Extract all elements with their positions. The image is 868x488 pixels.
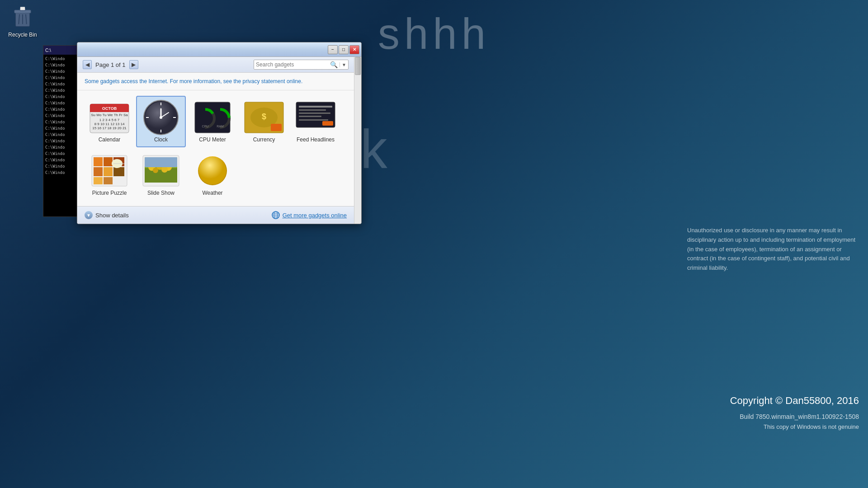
gadgets-grid: OCTOB Su Mo Tu We Th Fr Sa 1 2 3 4 5 6 7… (77, 90, 354, 206)
svg-text:8  9 10 11 12 13 14: 8 9 10 11 12 13 14 (94, 122, 125, 126)
svg-point-23 (160, 116, 162, 119)
next-page-button[interactable]: ▶ (129, 60, 138, 69)
svg-rect-50 (104, 177, 113, 184)
currency-label: Currency (253, 136, 275, 143)
minimize-button[interactable]: − (328, 45, 338, 54)
svg-text:Su Mo Tu We Th Fr Sa: Su Mo Tu We Th Fr Sa (91, 113, 128, 117)
gadgets-dialog: − □ ✕ ◀ Page 1 of 1 ▶ 🔍 ▼ Some (77, 42, 362, 224)
svg-text:RAM: RAM (217, 125, 224, 128)
svg-rect-49 (94, 177, 103, 184)
svg-point-63 (199, 157, 226, 184)
svg-rect-34 (271, 124, 282, 131)
svg-rect-43 (94, 157, 103, 166)
calendar-icon: OCTOB Su Mo Tu We Th Fr Sa 1 2 3 4 5 6 7… (89, 100, 130, 135)
dialog-scrollbar[interactable] (354, 57, 361, 224)
nav-left: ◀ Page 1 of 1 ▶ (83, 60, 138, 69)
cmd-title-text: C:\ (45, 48, 51, 53)
recycle-bin-icon (11, 5, 34, 28)
restore-button[interactable]: □ (339, 45, 349, 54)
feed-headlines-icon (295, 100, 336, 135)
gadget-cpu-meter[interactable]: CPU RAM CPU Meter (188, 96, 237, 147)
svg-rect-6 (20, 7, 25, 10)
gadget-clock[interactable]: Clock (136, 96, 186, 147)
svg-rect-37 (299, 109, 326, 111)
search-dropdown-icon[interactable]: ▼ (340, 62, 346, 67)
svg-text:15 16 17 18 19 20 21: 15 16 17 18 19 20 21 (92, 126, 127, 130)
search-area: 🔍 ▼ (254, 60, 349, 70)
weather-label: Weather (202, 190, 222, 196)
clock-label: Clock (154, 136, 168, 143)
gadget-picture-puzzle[interactable]: Picture Puzzle (85, 149, 134, 201)
dialog-title-bar: − □ ✕ (77, 42, 361, 57)
title-bar-buttons: − □ ✕ (328, 45, 359, 54)
get-more-label: Get more gadgets online (283, 212, 347, 219)
svg-rect-39 (299, 116, 321, 117)
recycle-bin-label: Recycle Bin (5, 32, 41, 38)
search-input[interactable] (256, 61, 328, 68)
svg-text:$: $ (262, 112, 266, 121)
gadget-calendar[interactable]: OCTOB Su Mo Tu We Th Fr Sa 1 2 3 4 5 6 7… (85, 96, 134, 147)
svg-rect-41 (322, 121, 333, 126)
genuine-text: This copy of Windows is not genuine (764, 423, 859, 430)
svg-point-59 (153, 168, 158, 173)
svg-rect-38 (299, 113, 330, 114)
search-icon[interactable]: 🔍 (330, 61, 338, 68)
recycle-bin[interactable]: Recycle Bin (5, 5, 41, 38)
scrollbar-track (354, 57, 361, 224)
info-text: Some gadgets access the Internet. For mo… (77, 73, 354, 90)
svg-rect-24 (195, 102, 230, 133)
picture-puzzle-icon (89, 154, 130, 188)
svg-rect-36 (299, 106, 332, 108)
scrollbar-thumb[interactable] (355, 57, 361, 75)
prev-page-button[interactable]: ◀ (83, 60, 92, 69)
svg-rect-48 (113, 167, 124, 176)
svg-rect-61 (145, 157, 177, 167)
gadget-currency[interactable]: $ Currency (239, 96, 289, 147)
dialog-footer: ▼ Show details Get more gadgets online (77, 206, 354, 224)
cpu-meter-label: CPU Meter (199, 136, 226, 143)
calendar-label: Calendar (99, 136, 121, 143)
page-indicator: Page 1 of 1 (95, 61, 126, 68)
currency-icon: $ (244, 100, 284, 135)
gadget-feed-headlines[interactable]: Feed Headlines (291, 96, 340, 147)
svg-text:1  2  3  4  5  6  7: 1 2 3 4 5 6 7 (99, 118, 120, 122)
clock-icon (141, 100, 181, 135)
warning-text: Unauthorized use or disclosure in any ma… (687, 226, 859, 273)
slide-show-icon (141, 154, 181, 188)
cpu-meter-icon: CPU RAM (192, 100, 233, 135)
show-details-button[interactable]: ▼ Show details (85, 211, 129, 219)
get-more-gadgets-link[interactable]: Get more gadgets online (272, 211, 347, 219)
globe-icon (272, 211, 280, 219)
svg-rect-44 (104, 157, 113, 166)
svg-rect-47 (104, 167, 113, 176)
dialog-main: ◀ Page 1 of 1 ▶ 🔍 ▼ Some gadgets access … (77, 57, 354, 224)
copyright-text: Copyright © Dan55800, 2016 (730, 395, 859, 407)
svg-rect-55 (145, 168, 177, 183)
svg-point-69 (272, 211, 279, 219)
svg-rect-46 (94, 167, 103, 176)
svg-rect-40 (299, 119, 328, 121)
feed-headlines-label: Feed Headlines (297, 136, 335, 143)
show-details-label: Show details (95, 212, 129, 219)
picture-puzzle-label: Picture Puzzle (92, 190, 127, 196)
nav-bar: ◀ Page 1 of 1 ▶ 🔍 ▼ (77, 57, 354, 73)
svg-point-60 (161, 166, 168, 173)
gadget-slide-show[interactable]: Slide Show (136, 149, 186, 201)
weather-icon (192, 154, 233, 188)
build-text: Build 7850.winmain_win8m1.100922-1508 (740, 413, 859, 420)
show-details-icon: ▼ (85, 211, 93, 219)
desktop-title: shhh (378, 9, 490, 59)
slide-show-label: Slide Show (147, 190, 175, 196)
svg-text:CPU: CPU (202, 125, 209, 128)
dialog-body: ◀ Page 1 of 1 ▶ 🔍 ▼ Some gadgets access … (77, 57, 361, 224)
svg-text:OCTOB: OCTOB (102, 106, 117, 111)
close-button[interactable]: ✕ (349, 45, 359, 54)
gadget-weather[interactable]: Weather (188, 149, 237, 201)
